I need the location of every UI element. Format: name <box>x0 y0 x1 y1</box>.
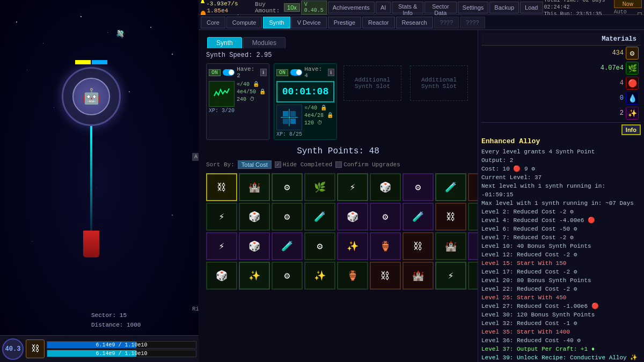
grid-icon-1[interactable]: 🏰 <box>239 173 270 201</box>
grid-icon-37[interactable]: ⚡ <box>435 262 466 290</box>
mat5-row: 2 ✨ <box>481 106 641 121</box>
slot1-info-icon[interactable]: ℹ <box>260 69 267 76</box>
grid-icon-23[interactable]: ⚙ <box>304 232 335 260</box>
grid-icon-6[interactable]: ⚙ <box>402 173 434 201</box>
grid-icon-27[interactable]: 🏰 <box>435 232 466 260</box>
grid-icon-18[interactable]: 🏰 <box>468 203 478 231</box>
grid-icon-12[interactable]: ⚙ <box>272 203 303 231</box>
distance-label: Distance: 1000 <box>91 320 141 330</box>
nav-q1[interactable]: ???? <box>434 17 459 28</box>
grid-icon-25[interactable]: 🏺 <box>370 232 401 260</box>
grid-icon-4[interactable]: ⚡ <box>337 173 368 201</box>
nav-research[interactable]: Research <box>396 17 433 28</box>
sort-bar: Sort By: Total Cost ✓ Hide Completed Con… <box>206 160 470 169</box>
grid-icon-15[interactable]: ⚙ <box>370 203 401 231</box>
grid-icon-17[interactable]: ⛓ <box>435 203 466 231</box>
grid-icon-3[interactable]: 🌿 <box>304 173 335 201</box>
grid-icon-21[interactable]: 🎲 <box>239 232 270 260</box>
nav-compute[interactable]: Compute <box>226 17 262 28</box>
slot2-timer[interactable]: 00:01:08 <box>276 81 334 102</box>
slot1-toggle[interactable] <box>223 69 235 76</box>
mat1-icon: ⚙ <box>626 47 639 60</box>
load-button[interactable]: Load <box>520 2 543 13</box>
grid-icon-5[interactable]: 🎲 <box>370 173 401 201</box>
info-title: Enhanced Alloy <box>481 137 641 145</box>
tab-synth[interactable]: Synth <box>207 37 242 48</box>
mat4-row: 0 💧 <box>481 91 641 106</box>
info-line-2: Cost: 10 🔴 9 ⚙ <box>481 165 641 173</box>
svg-rect-1 <box>290 111 296 116</box>
grid-icon-14[interactable]: 🎲 <box>337 203 368 231</box>
grid-icon-34[interactable]: 🏺 <box>337 262 368 290</box>
grid-icon-38[interactable]: ⚡ <box>468 262 478 290</box>
nav-prestige[interactable]: Prestige <box>328 17 361 28</box>
ship-thruster <box>83 231 99 257</box>
info-button[interactable]: Info <box>621 124 641 135</box>
grid-icon-26[interactable]: ⛓ <box>402 232 434 260</box>
grid-icon-13[interactable]: 🧪 <box>304 203 335 231</box>
settings-button[interactable]: Settings <box>458 2 489 13</box>
info-line-18: Level 30: 120 Bonus Synth Points <box>481 311 641 319</box>
info-line-1: Output: 2 <box>481 156 641 165</box>
info-lines-container: Every level grants 4 Synth PointOutput: … <box>481 147 641 362</box>
mat3-value: 4 <box>620 79 624 87</box>
grid-icon-33[interactable]: ✨ <box>304 262 335 290</box>
save-now-button[interactable]: Save Now <box>614 0 642 8</box>
slot2-toggle[interactable] <box>290 69 302 76</box>
info-line-5: Max level with 1 synth running in: ~07 D… <box>481 199 641 208</box>
hide-completed-label[interactable]: ✓ Hide Completed <box>275 161 332 168</box>
sector-info: Sector: 15 Distance: 1000 <box>91 311 141 330</box>
grid-icon-7[interactable]: 🧪 <box>435 173 466 201</box>
mat4-icon: 💧 <box>626 92 639 105</box>
grid-icon-31[interactable]: ✨ <box>239 262 270 290</box>
tab-modules[interactable]: Modules <box>243 37 286 48</box>
synth-panel: Synth Modules Synth Speed: 2.95 ON Have:… <box>199 30 478 362</box>
buy-10x-button[interactable]: 10x <box>284 3 300 12</box>
nav-synth[interactable]: Synth <box>263 17 290 28</box>
info-line-13: Level 17: Reduced Cost -2 ⚙ <box>481 268 641 276</box>
grid-icon-0[interactable]: ⛓ <box>206 173 237 201</box>
confirm-upgrades-label[interactable]: Confirm Upgrades <box>335 161 400 168</box>
info-line-17: Level 27: Reduced Cost -1.00e6 🔴 <box>481 302 641 311</box>
grid-icon-32[interactable]: ⚙ <box>272 262 303 290</box>
hide-completed-checkbox[interactable]: ✓ <box>275 161 281 168</box>
confirm-upgrades-checkbox[interactable] <box>335 161 342 168</box>
grid-icon-10[interactable]: ⚡ <box>206 203 237 231</box>
resource-bars: 6.14e9 / 1.10e10 6.14e9 / 1.10e10 <box>47 341 196 357</box>
side-arrow[interactable]: A <box>192 153 199 161</box>
grid-icon-16[interactable]: 🧪 <box>402 203 434 231</box>
grid-icon-36[interactable]: 🏰 <box>402 262 434 290</box>
left-game-panel: 🛸 🤖 Sector: 15 Distance: 1000 A Ri 40.3 … <box>0 0 199 362</box>
tab-row: Synth Modules <box>203 34 473 48</box>
info-line-16: Level 25: Start With 450 <box>481 293 641 302</box>
info-line-10: Level 10: 40 Bonus Synth Points <box>481 242 641 250</box>
info-line-0: Every level grants 4 Synth Point <box>481 147 641 156</box>
grid-icon-2[interactable]: ⚙ <box>272 173 303 201</box>
nav-reactor[interactable]: Reactor <box>362 17 395 28</box>
stats-info-button[interactable]: Stats & Info <box>392 2 423 13</box>
grid-icon-20[interactable]: ⚡ <box>206 232 237 260</box>
sort-total-cost[interactable]: Total Cost <box>238 160 272 169</box>
grid-icon-35[interactable]: ⛓ <box>370 262 401 290</box>
slot1-stats: ≈/40 🔒 4e4/50 🔒 240 ⏱ <box>237 81 267 104</box>
grid-icon-8[interactable]: ⛓ <box>468 173 478 201</box>
slot2-info-icon[interactable]: ℹ <box>328 69 334 76</box>
mat1-value: 434 <box>612 49 624 57</box>
nav-vdevice[interactable]: V Device <box>291 17 327 28</box>
grid-icon-30[interactable]: 🎲 <box>206 262 237 290</box>
nav-core[interactable]: Core <box>201 17 225 28</box>
grid-icon-28[interactable]: ⚡ <box>468 232 478 260</box>
ai-button[interactable]: AI <box>376 2 391 13</box>
info-line-14: Level 20: 80 Bonus Synth Points <box>481 276 641 285</box>
achievements-button[interactable]: Achievements <box>328 2 375 13</box>
backup-button[interactable]: Backup <box>489 2 519 13</box>
synth-speed-label: Synth Speed: 2.95 <box>206 51 470 59</box>
info-line-15: Level 22: Reduced Cost -2 ⚙ <box>481 285 641 293</box>
grid-icon-24[interactable]: ✨ <box>337 232 368 260</box>
sector-data-button[interactable]: Sector Data <box>425 2 457 13</box>
nav-q2[interactable]: ???? <box>460 17 485 28</box>
grid-icon-11[interactable]: 🎲 <box>239 203 270 231</box>
grid-icon-22[interactable]: 🧪 <box>272 232 303 260</box>
mat2-value: 4.07e4 <box>601 64 624 72</box>
slot2-header: ON Have: 4 ℹ <box>276 66 334 79</box>
